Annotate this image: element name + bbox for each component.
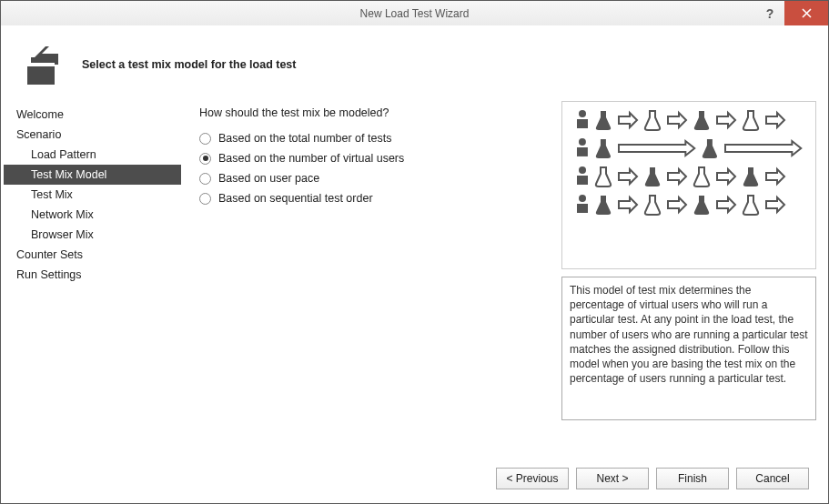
radio-label: Based on sequential test order: [218, 192, 373, 205]
illustration-row: [575, 109, 803, 131]
sidebar-item-browser-mix[interactable]: Browser Mix: [4, 225, 181, 245]
help-button[interactable]: ?: [755, 1, 784, 25]
svg-point-7: [579, 166, 586, 174]
sidebar-item-label: Test Mix Model: [31, 168, 106, 181]
sidebar-item-scenario[interactable]: Scenario: [4, 125, 181, 145]
close-icon: [802, 8, 812, 18]
sidebar-item-counter-sets[interactable]: Counter Sets: [4, 245, 181, 265]
illustration-panel: [561, 101, 816, 269]
svg-rect-10: [577, 204, 588, 213]
svg-rect-4: [577, 119, 588, 128]
main-row: WelcomeScenarioLoad PatternTest Mix Mode…: [4, 101, 825, 457]
sidebar: WelcomeScenarioLoad PatternTest Mix Mode…: [4, 101, 181, 457]
sidebar-item-welcome[interactable]: Welcome: [4, 105, 181, 125]
sidebar-item-run-settings[interactable]: Run Settings: [4, 265, 181, 285]
footer: < Previous Next > Finish Cancel: [4, 457, 825, 500]
close-button[interactable]: [784, 1, 828, 25]
illustration-row: [575, 166, 803, 187]
sidebar-item-label: Test Mix: [31, 188, 73, 201]
radio-button[interactable]: [199, 133, 211, 145]
radio-button[interactable]: [199, 193, 211, 205]
svg-point-5: [579, 138, 586, 146]
illustration-row: [575, 194, 803, 216]
window-title: New Load Test Wizard: [360, 7, 470, 20]
radio-label: Based on user pace: [218, 172, 319, 185]
sidebar-item-label: Welcome: [16, 108, 64, 121]
sidebar-item-test-mix-model[interactable]: Test Mix Model: [4, 165, 181, 185]
cancel-button[interactable]: Cancel: [736, 468, 809, 489]
sidebar-item-test-mix[interactable]: Test Mix: [4, 185, 181, 205]
description-panel: This model of test mix determines the pe…: [561, 277, 816, 420]
svg-point-3: [579, 110, 586, 117]
sidebar-item-label: Load Pattern: [31, 148, 96, 161]
svg-rect-6: [577, 147, 588, 156]
radio-label: Based on the total number of tests: [218, 132, 391, 145]
center-panel: How should the test mix be modeled? Base…: [181, 101, 825, 457]
sidebar-item-label: Run Settings: [16, 268, 82, 281]
titlebar: New Load Test Wizard ?: [0, 0, 829, 25]
previous-button[interactable]: < Previous: [496, 468, 569, 489]
wizard-body: Select a test mix model for the load tes…: [0, 25, 829, 504]
svg-point-9: [579, 195, 586, 202]
sidebar-item-network-mix[interactable]: Network Mix: [4, 205, 181, 225]
banner: Select a test mix model for the load tes…: [4, 28, 825, 101]
sidebar-item-load-pattern[interactable]: Load Pattern: [4, 145, 181, 165]
sidebar-item-label: Scenario: [16, 128, 61, 141]
finish-button[interactable]: Finish: [656, 468, 729, 489]
right-column: This model of test mix determines the pe…: [561, 101, 816, 420]
radio-button[interactable]: [199, 153, 211, 165]
wizard-icon: [15, 39, 66, 90]
sidebar-item-label: Network Mix: [31, 208, 94, 221]
radio-label: Based on the number of virtual users: [218, 152, 404, 165]
svg-rect-2: [27, 63, 55, 66]
wizard-window: New Load Test Wizard ? Select a test mix: [0, 0, 829, 504]
radio-button[interactable]: [199, 173, 211, 185]
content-area: Select a test mix model for the load tes…: [4, 28, 825, 457]
next-button[interactable]: Next >: [576, 468, 649, 489]
sidebar-item-label: Browser Mix: [31, 228, 94, 241]
sidebar-item-label: Counter Sets: [16, 248, 83, 261]
svg-rect-8: [577, 176, 588, 185]
wizard-subtitle: Select a test mix model for the load tes…: [82, 58, 296, 71]
window-controls: ?: [755, 1, 828, 25]
illustration-row: [575, 137, 803, 159]
